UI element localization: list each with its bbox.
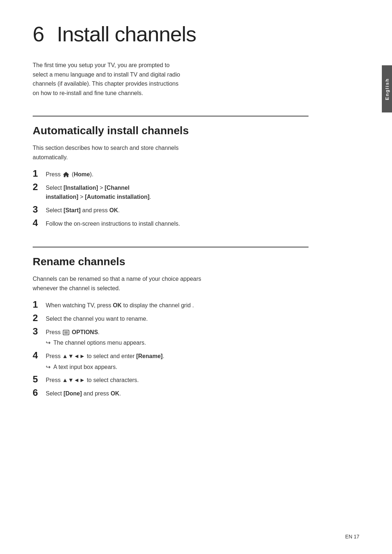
step-content-2: Select [Installation] > [Channelinstalla… — [46, 182, 279, 202]
chapter-number: 6 — [33, 22, 44, 46]
rename-step-number-6: 6 — [33, 387, 46, 398]
step-content-4: Follow the on-screen instructions to ins… — [46, 218, 279, 229]
step-number-3: 3 — [33, 204, 46, 215]
home-icon — [63, 172, 69, 177]
rename-step-6: 6 Select [Done] and press OK. — [33, 388, 279, 398]
rename-section: Rename channels Channels can be renamed … — [33, 247, 309, 398]
rename-step-3: 3 Press OPTIONS. ↪ The ch — [33, 327, 279, 348]
chapter-title-text: Install channels — [57, 22, 196, 46]
section-divider-1 — [33, 116, 309, 116]
rename-step-5: 5 Press ▲▼◄► to select characters. — [33, 374, 279, 385]
auto-step-3: 3 Select [Start] and press OK. — [33, 205, 279, 215]
auto-step-1: 1 Press (Home). — [33, 169, 279, 179]
rename-step-content-4: Press ▲▼◄► to select and enter [Rename].… — [46, 350, 279, 372]
rename-step-4: 4 Press ▲▼◄► to select and enter [Rename… — [33, 350, 279, 372]
step-content-3: Select [Start] and press OK. — [46, 205, 279, 215]
step-number-4: 4 — [33, 217, 46, 229]
svg-marker-0 — [63, 172, 69, 177]
auto-install-desc: This section describes how to search and… — [33, 143, 214, 162]
rename-step-number-2: 2 — [33, 312, 46, 324]
section-divider-2 — [33, 247, 309, 247]
rename-step-4-subbullet-text: A text input box appears. — [53, 362, 117, 372]
step-number-1: 1 — [33, 168, 46, 179]
rename-title: Rename channels — [33, 255, 309, 268]
rename-step-number-3: 3 — [33, 326, 46, 337]
rename-steps: 1 When watching TV, press OK to display … — [33, 300, 279, 399]
auto-install-section: Automatically install channels This sect… — [33, 116, 309, 229]
rename-step-1: 1 When watching TV, press OK to display … — [33, 300, 279, 310]
rename-step-content-3: Press OPTIONS. ↪ The channel options men… — [46, 327, 279, 348]
intro-paragraph: The first time you setup your TV, you ar… — [33, 61, 185, 98]
rename-step-content-2: Select the channel you want to rename. — [46, 313, 279, 324]
step-number-2: 2 — [33, 181, 46, 193]
auto-step-4: 4 Follow the on-screen instructions to i… — [33, 218, 279, 229]
rename-step-number-5: 5 — [33, 374, 46, 385]
auto-install-title: Automatically install channels — [33, 124, 309, 137]
options-icon — [63, 330, 69, 335]
page-number: EN 17 — [345, 534, 359, 539]
rename-step-3-subbullet-text: The channel options menu appears. — [53, 338, 146, 348]
rename-step-3-subbullet: ↪ The channel options menu appears. — [46, 338, 279, 348]
auto-install-steps: 1 Press (Home). 2 Select [Installation] — [33, 169, 279, 229]
rename-step-number-4: 4 — [33, 350, 46, 361]
rename-desc: Channels can be renamed so that a name o… — [33, 274, 214, 293]
rename-step-2: 2 Select the channel you want to rename. — [33, 313, 279, 324]
chapter-title: 6 Install channels — [33, 22, 309, 46]
rename-step-content-1: When watching TV, press OK to display th… — [46, 300, 279, 310]
rename-step-4-subbullet: ↪ A text input box appears. — [46, 362, 279, 372]
rename-step-content-6: Select [Done] and press OK. — [46, 388, 279, 398]
step-content-1: Press (Home). — [46, 169, 279, 179]
arrow-icon-3: ↪ — [46, 338, 50, 348]
arrow-icon-4: ↪ — [46, 362, 50, 372]
rename-step-number-1: 1 — [33, 299, 46, 310]
auto-step-2: 2 Select [Installation] > [Channelinstal… — [33, 182, 279, 202]
rename-step-content-5: Press ▲▼◄► to select characters. — [46, 374, 279, 385]
